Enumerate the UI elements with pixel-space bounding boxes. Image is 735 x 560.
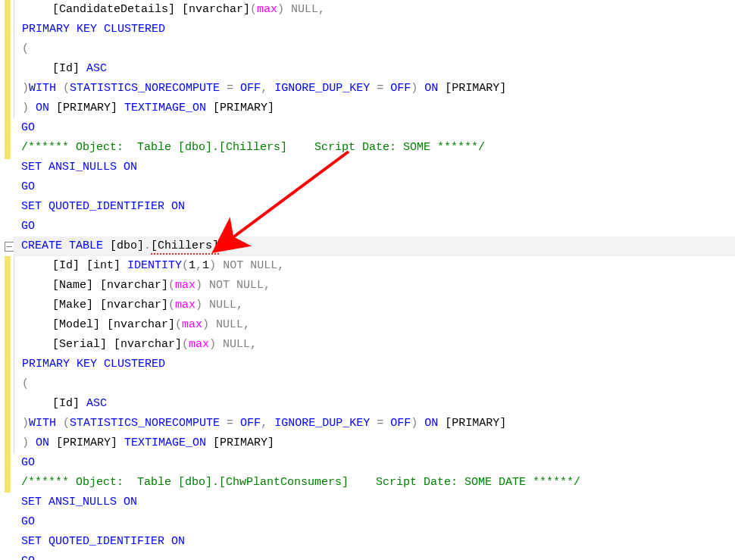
change-marker	[5, 0, 11, 139]
code-line: [Name] [nvarchar](max) NOT NULL,	[14, 276, 735, 296]
code-line: /****** Object: Table [dbo].[Chillers] S…	[14, 138, 735, 158]
squiggle-error: [Chillers]	[151, 239, 219, 255]
code-line: [Id] [int] IDENTITY(1,1) NOT NULL,	[14, 256, 735, 276]
code-line: )WITH (STATISTICS_NORECOMPUTE = OFF, IGN…	[14, 79, 735, 99]
code-line: /****** Object: Table [dbo].[ChwPlantCon…	[14, 473, 735, 493]
code-line: GO	[14, 118, 735, 138]
code-line: )WITH (STATISTICS_NORECOMPUTE = OFF, IGN…	[14, 414, 735, 433]
code-line: SET QUOTED_IDENTIFIER ON	[14, 532, 735, 552]
code-line: SET ANSI_NULLS ON	[14, 158, 735, 177]
code-line: ) ON [PRIMARY] TEXTIMAGE_ON [PRIMARY]	[14, 99, 735, 118]
code-line: GO	[14, 217, 735, 236]
change-marker	[5, 256, 11, 473]
code-line: [Id] ASC	[14, 394, 735, 414]
code-line: [Make] [nvarchar](max) NULL,	[14, 296, 735, 315]
code-line: GO	[14, 552, 735, 560]
code-line: [Model] [nvarchar](max) NULL,	[14, 315, 735, 335]
code-line: SET ANSI_NULLS ON	[14, 493, 735, 512]
code-line: [Id] ASC	[14, 59, 735, 79]
sql-editor[interactable]: [CandidateDetails] [nvarchar](max) NULL,…	[0, 0, 735, 560]
code-area[interactable]: [CandidateDetails] [nvarchar](max) NULL,…	[14, 0, 735, 560]
code-line: (	[14, 39, 735, 59]
code-line: GO	[14, 512, 735, 532]
code-line: [CandidateDetails] [nvarchar](max) NULL,	[14, 0, 735, 20]
code-line: (	[14, 374, 735, 394]
code-line: PRIMARY KEY CLUSTERED	[14, 20, 735, 39]
code-line: SET QUOTED_IDENTIFIER ON	[14, 197, 735, 217]
code-line: GO	[14, 177, 735, 197]
change-marker	[5, 139, 11, 159]
code-line: ) ON [PRIMARY] TEXTIMAGE_ON [PRIMARY]	[14, 433, 735, 453]
change-marker	[5, 473, 11, 493]
editor-gutter	[0, 0, 14, 560]
code-line: PRIMARY KEY CLUSTERED	[14, 355, 735, 374]
code-line: GO	[14, 453, 735, 473]
code-line-highlighted: CREATE TABLE [dbo].[Chillers](	[14, 236, 735, 256]
code-line: [Serial] [nvarchar](max) NULL,	[14, 335, 735, 355]
